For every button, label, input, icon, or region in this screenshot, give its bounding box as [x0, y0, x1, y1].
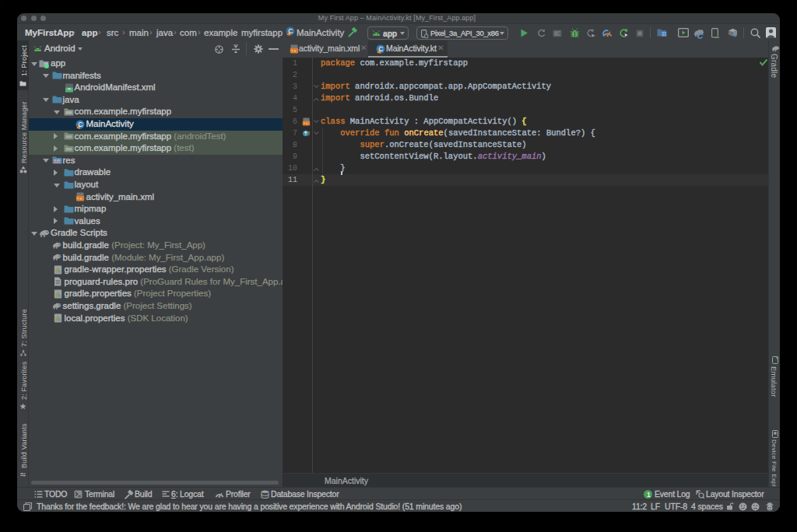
- svg-text:C: C: [378, 45, 383, 53]
- svg-text:C: C: [288, 27, 293, 35]
- svg-text:C: C: [78, 121, 83, 128]
